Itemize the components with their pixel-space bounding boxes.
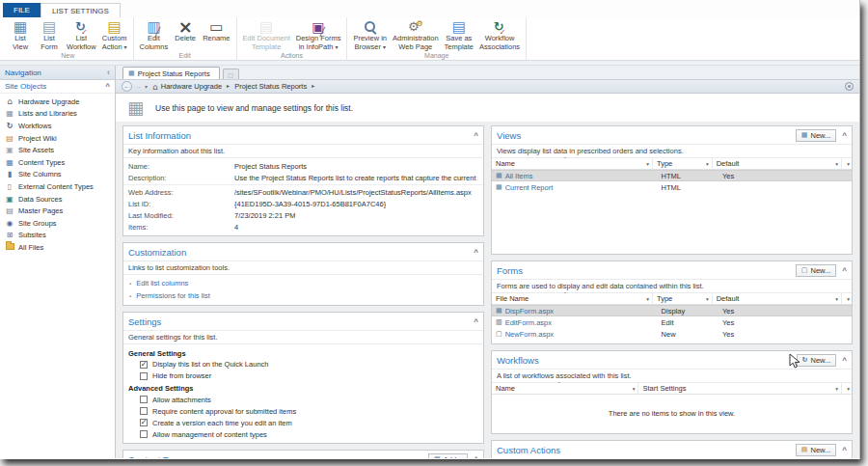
view-link[interactable]: All Items bbox=[505, 172, 533, 180]
master-pages-icon bbox=[5, 206, 14, 215]
panel-title: Customization bbox=[128, 247, 186, 258]
home-icon bbox=[152, 82, 158, 92]
sidebar-item-subsites[interactable]: Subsites bbox=[0, 230, 115, 242]
sidebar-item-hardware-upgrade[interactable]: Hardware Upgrade bbox=[0, 96, 115, 108]
tab-list-settings[interactable]: LIST SETTINGS bbox=[41, 3, 121, 17]
edit-document-template-button[interactable]: Edit Document Template bbox=[240, 18, 293, 51]
new-custom-action-button[interactable]: New... bbox=[796, 444, 836, 456]
collapse-panel-icon[interactable] bbox=[842, 356, 847, 365]
checkbox[interactable] bbox=[140, 396, 148, 403]
history-dropdown-icon[interactable] bbox=[145, 83, 148, 90]
collapse-panel-icon[interactable] bbox=[474, 455, 478, 459]
column-type[interactable]: Type bbox=[653, 158, 713, 169]
new-form-button[interactable]: New... bbox=[796, 264, 836, 277]
ribbon-tab-bar: FILE LIST SETTINGS bbox=[0, 0, 859, 17]
sidebar-item-lists-and-libraries[interactable]: Lists and Libraries bbox=[0, 108, 115, 121]
back-button[interactable] bbox=[122, 81, 132, 92]
sidebar-item-master-pages[interactable]: Master Pages bbox=[0, 205, 115, 217]
ribbon: List View List Form List Workflow Custom… bbox=[0, 17, 859, 61]
columns-icon bbox=[5, 170, 14, 178]
preview-browser-icon bbox=[364, 20, 377, 34]
sidebar-item-workflows[interactable]: Workflows bbox=[0, 120, 115, 132]
table-row[interactable]: Current Report HTML bbox=[492, 181, 852, 193]
column-name[interactable]: Name bbox=[492, 158, 653, 169]
save-as-template-button[interactable]: Save as Template bbox=[442, 18, 476, 51]
new-view-button[interactable]: New... bbox=[796, 129, 836, 142]
edit-list-columns-link[interactable]: Edit list columns bbox=[123, 277, 483, 289]
checkbox-content-approval[interactable]: Require content approval for submitted i… bbox=[123, 405, 483, 417]
custom-action-icon bbox=[108, 18, 122, 36]
breadcrumb-item-site[interactable]: Hardware Upgrade bbox=[161, 82, 234, 91]
list-view-button[interactable]: List View bbox=[6, 18, 35, 51]
cell-type: HTML bbox=[658, 183, 719, 192]
form-link[interactable]: EditForm.aspx bbox=[505, 318, 552, 327]
new-tab-button[interactable] bbox=[223, 69, 239, 79]
table-row[interactable]: DispForm.aspx Display Yes bbox=[492, 305, 852, 316]
checkbox[interactable] bbox=[140, 372, 148, 380]
sidebar-item-external-content-types[interactable]: External Content Types bbox=[0, 180, 115, 193]
sidebar-item-all-files[interactable]: All Files bbox=[0, 241, 115, 254]
new-page-icon bbox=[228, 71, 233, 78]
collapse-pane-icon[interactable] bbox=[107, 68, 110, 77]
preview-in-browser-button[interactable]: Preview in Browser bbox=[350, 18, 390, 51]
collapse-panel-icon[interactable] bbox=[842, 446, 847, 454]
table-row[interactable]: All Items HTML Yes bbox=[492, 170, 852, 181]
column-file-name[interactable]: File Name bbox=[492, 293, 653, 304]
sidebar-item-content-types[interactable]: Content Types bbox=[0, 156, 115, 169]
collapse-panel-icon[interactable] bbox=[842, 131, 847, 140]
sidebar-item-project-wiki[interactable]: Project Wiki bbox=[0, 132, 115, 145]
column-start-settings[interactable]: Start Settings bbox=[638, 383, 842, 394]
view-link[interactable]: Current Report bbox=[505, 183, 554, 192]
design-forms-infopath-button[interactable]: Design Forms in InfoPath bbox=[293, 18, 344, 51]
new-view-icon bbox=[801, 131, 808, 139]
permissions-link[interactable]: Permissions for this list bbox=[123, 289, 483, 302]
checkbox-manage-content-types[interactable]: Allow management of content types bbox=[123, 428, 483, 440]
edit-columns-button[interactable]: Edit Columns bbox=[137, 18, 172, 51]
collapse-panel-icon[interactable] bbox=[474, 317, 478, 326]
custom-action-button[interactable]: Custom Action bbox=[99, 18, 130, 51]
checkbox[interactable] bbox=[140, 407, 148, 415]
column-name[interactable]: Name bbox=[492, 383, 638, 394]
checkbox-versioning[interactable]: Create a version each time you edit an i… bbox=[123, 417, 483, 428]
collapse-panel-icon[interactable] bbox=[842, 266, 847, 275]
form-icon bbox=[496, 307, 502, 315]
rename-button[interactable]: Rename bbox=[200, 18, 232, 43]
administration-web-page-button[interactable]: Administration Web Page bbox=[390, 18, 442, 51]
breadcrumb-item-list[interactable]: Project Status Reports bbox=[234, 82, 319, 91]
checkbox[interactable] bbox=[140, 361, 148, 369]
checkbox[interactable] bbox=[140, 419, 148, 426]
sidebar-item-site-assets[interactable]: Site Assets bbox=[0, 144, 115, 156]
checkbox[interactable] bbox=[140, 430, 148, 438]
workflow-associations-button[interactable]: Workflow Associations bbox=[476, 18, 523, 51]
form-link[interactable]: NewForm.aspx bbox=[505, 330, 554, 339]
list-view-icon bbox=[14, 18, 27, 36]
column-default[interactable]: Default bbox=[713, 158, 842, 169]
sidebar-item-data-sources[interactable]: Data Sources bbox=[0, 193, 115, 206]
sidebar-item-site-groups[interactable]: Site Groups bbox=[0, 217, 115, 230]
table-row[interactable]: EditForm.aspx Edit Yes bbox=[492, 316, 852, 328]
list-workflow-button[interactable]: List Workflow bbox=[64, 18, 99, 51]
checkbox-allow-attachments[interactable]: Allow attachments bbox=[123, 394, 483, 405]
sidebar-item-site-columns[interactable]: Site Columns bbox=[0, 169, 115, 181]
checkbox-hide-from-browser[interactable]: Hide from browser bbox=[123, 370, 483, 382]
document-tab-project-status-reports[interactable]: Project Status Reports bbox=[122, 67, 220, 79]
forward-button[interactable] bbox=[134, 82, 142, 91]
edit-document-template-icon bbox=[259, 18, 273, 36]
new-workflow-button[interactable]: New... bbox=[797, 354, 837, 367]
delete-button[interactable]: Delete bbox=[171, 18, 200, 43]
collapse-panel-icon[interactable] bbox=[474, 131, 478, 140]
column-default[interactable]: Default bbox=[713, 293, 842, 304]
panel-title: Forms bbox=[497, 265, 523, 276]
table-row[interactable]: NewForm.aspx New Yes bbox=[492, 328, 852, 340]
checkbox-quick-launch[interactable]: Display this list on the Quick Launch bbox=[123, 359, 483, 370]
list-workflow-icon bbox=[75, 19, 88, 34]
help-icon[interactable] bbox=[845, 82, 854, 91]
form-link[interactable]: DispForm.aspx bbox=[505, 307, 554, 315]
add-content-type-button[interactable]: Add... bbox=[428, 453, 468, 459]
column-type[interactable]: Type bbox=[653, 293, 713, 304]
tab-file[interactable]: FILE bbox=[3, 3, 41, 17]
collapse-panel-icon[interactable] bbox=[474, 248, 478, 257]
page-intro: Use this page to view and manage setting… bbox=[116, 94, 859, 122]
collapse-section-icon[interactable] bbox=[105, 82, 110, 91]
list-form-button[interactable]: List Form bbox=[35, 18, 64, 51]
